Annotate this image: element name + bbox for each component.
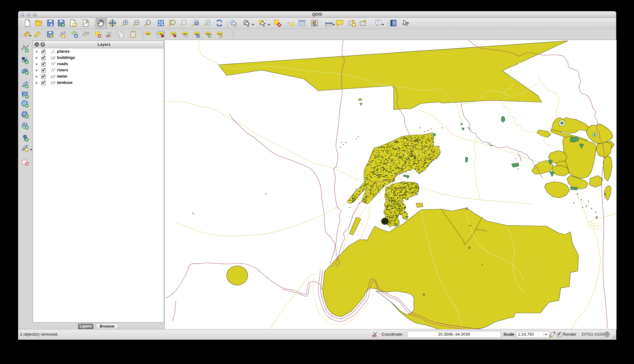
svg-text:?: ? (406, 21, 409, 27)
svg-text:T: T (377, 20, 379, 24)
svg-text:abc: abc (146, 33, 150, 35)
svg-text:ab: ab (172, 33, 175, 35)
svg-text:1:1: 1:1 (147, 22, 150, 24)
svg-text:abc: abc (183, 33, 187, 35)
svg-text:?: ? (393, 21, 395, 26)
svg-text:abc: abc (218, 33, 222, 35)
svg-text:ε: ε (287, 20, 290, 26)
